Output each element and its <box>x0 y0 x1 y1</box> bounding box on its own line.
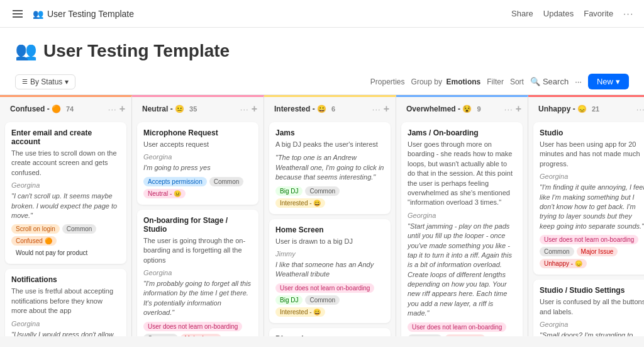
card-title: Jams <box>275 128 384 137</box>
column-body-overwhelmed: Jams / On-boardingUser goes through more… <box>396 120 528 336</box>
card-quote: "Usually I would press don't allow, beca… <box>11 330 120 336</box>
column-actions-neutral[interactable]: ···+ <box>240 103 257 115</box>
tag: Major Issue <box>180 334 222 336</box>
toolbar-right: Properties Group by Emotions Filter Sort… <box>370 74 629 89</box>
column-count-neutral: 35 <box>189 105 197 113</box>
list-item[interactable]: Home ScreenUser is drawn to a big DJJimm… <box>269 219 391 323</box>
toolbar-more-button[interactable]: ··· <box>575 77 582 86</box>
tag: Major Issue <box>577 247 618 256</box>
card-desc: User is confused by all the buttons and … <box>540 297 644 317</box>
column-count-interested: 6 <box>331 105 335 113</box>
new-label: New <box>597 77 613 86</box>
column-more-unhappy[interactable]: ··· <box>636 105 644 114</box>
column-neutral: Neutral - 😐35···+Microphone RequestUser … <box>132 95 264 336</box>
tag: Common <box>408 334 442 336</box>
column-title-interested: Interested - 😀6 <box>270 105 335 113</box>
nav-icon: 👥 <box>33 9 43 19</box>
sort-button[interactable]: Sort <box>510 77 524 86</box>
card-desc: The use tries to scroll down on the crea… <box>11 149 120 178</box>
tag: Common <box>305 186 340 196</box>
column-add-overwhelmed[interactable]: + <box>516 103 521 115</box>
card-title: Discord <box>275 334 384 336</box>
card-title: Home Screen <box>275 225 384 234</box>
column-more-overwhelmed[interactable]: ··· <box>504 105 513 114</box>
card-person: Jimmy <box>275 250 384 258</box>
column-title-neutral: Neutral - 😐35 <box>138 105 197 113</box>
nav-title-text: User Testing Template <box>47 9 134 19</box>
column-title-unhappy: Unhappy - 😞21 <box>535 105 599 113</box>
card-person: Georgina <box>11 320 120 327</box>
list-item[interactable]: StudioUser has been using app for 20 min… <box>533 122 644 275</box>
column-more-neutral[interactable]: ··· <box>240 105 249 114</box>
tag: Interested - 😀 <box>275 307 325 317</box>
column-add-confused[interactable]: + <box>119 103 125 115</box>
tag: Common <box>305 295 340 305</box>
tag: Scroll on login <box>11 224 60 234</box>
search-area[interactable]: 🔍 Search <box>530 77 569 86</box>
page-icon: 👥 <box>15 40 37 61</box>
list-item[interactable]: Jams / On-boardingUser goes through more… <box>401 122 523 336</box>
card-quote: I like that someone has an Andy Weathera… <box>275 260 384 280</box>
card-desc: User has been using app for 20 minutes a… <box>540 140 644 169</box>
list-item[interactable]: NotificationsThe use is fretful about ac… <box>5 269 126 336</box>
favorite-button[interactable]: Favorite <box>584 9 613 18</box>
group-by-value: Emotions <box>447 77 481 86</box>
tag: User does not learn on-boarding <box>408 322 506 332</box>
card-desc: A big DJ peaks the user's interest <box>275 140 384 149</box>
board: Confused - 🟠74···+Enter email and create… <box>0 95 644 336</box>
list-item[interactable]: Microphone RequestUser accepts requestGe… <box>137 122 258 205</box>
share-button[interactable]: Share <box>511 9 533 18</box>
column-header-neutral: Neutral - 😐35···+ <box>132 97 264 120</box>
column-more-interested[interactable]: ··· <box>372 105 381 114</box>
column-count-overwhelmed: 9 <box>477 105 480 113</box>
card-title: Enter email and create account <box>11 128 120 146</box>
card-person: Georgina <box>540 321 644 328</box>
column-add-interested[interactable]: + <box>384 103 389 115</box>
card-tags: User does not learn on-boardingBig DJCom… <box>275 283 384 317</box>
new-button[interactable]: New ▾ <box>588 74 629 89</box>
column-title-overwhelmed: Overwhelmed - 😵9 <box>402 105 481 113</box>
hamburger-menu[interactable] <box>10 8 25 20</box>
card-person: Georgina <box>143 269 252 276</box>
column-header-interested: Interested - 😀6···+ <box>264 97 396 120</box>
column-more-confused[interactable]: ··· <box>108 105 117 114</box>
card-title: Microphone Request <box>143 128 252 137</box>
column-actions-interested[interactable]: ···+ <box>372 103 389 115</box>
column-actions-unhappy[interactable]: ···+ <box>636 103 644 115</box>
page-header: 👥 User Testing Template <box>0 28 644 69</box>
nav-left: 👥 User Testing Template <box>10 8 134 20</box>
list-item[interactable]: Studio / Studio SettingsUser is confused… <box>533 280 644 336</box>
column-title-text-overwhelmed: Overwhelmed - 😵 <box>406 105 472 113</box>
column-title-confused: Confused - 🟠74 <box>6 105 74 113</box>
list-item[interactable]: Enter email and create accountThe use tr… <box>5 122 126 264</box>
nav-more-button[interactable]: ··· <box>623 9 634 18</box>
properties-button[interactable]: Properties <box>370 77 405 86</box>
updates-button[interactable]: Updates <box>543 9 574 18</box>
top-nav: 👥 User Testing Template Share Updates Fa… <box>0 0 644 28</box>
card-desc: User accepts request <box>143 140 252 149</box>
column-add-neutral[interactable]: + <box>252 103 257 115</box>
filter-label: By Status <box>30 77 62 86</box>
tag: Common <box>62 224 97 234</box>
column-actions-overwhelmed[interactable]: ···+ <box>504 103 521 115</box>
tag: User does not learn on-boarding <box>143 322 242 331</box>
tag: Would not pay for product <box>11 248 92 258</box>
card-quote: "I'm probably going to forget all this i… <box>143 279 252 318</box>
card-tags: Scroll on loginCommonConfused 🟠Would not… <box>11 224 120 258</box>
by-status-filter[interactable]: ☰ By Status ▾ <box>15 74 75 89</box>
card-title: Jams / On-boarding <box>408 128 516 137</box>
card-quote: "I'm finding it quite annoying, I feel l… <box>540 183 644 231</box>
list-item[interactable]: JamsA big DJ peaks the user's interest"T… <box>269 122 391 214</box>
group-by-button[interactable]: Group by Emotions <box>411 77 481 86</box>
card-title: Notifications <box>11 275 120 284</box>
tag: Major Issue <box>445 334 486 336</box>
column-actions-confused[interactable]: ···+ <box>108 103 125 115</box>
column-body-interested: JamsA big DJ peaks the user's interest"T… <box>264 120 396 336</box>
column-header-confused: Confused - 🟠74···+ <box>0 97 131 120</box>
card-quote: "Start jamming - play on the pads until … <box>408 222 516 319</box>
card-desc: The user is going through the on-boardin… <box>143 236 252 265</box>
card-title: Studio / Studio Settings <box>540 286 644 295</box>
list-item[interactable]: On-boarding for Stage / StudioThe user i… <box>137 210 258 336</box>
list-item[interactable]: DiscordThe user is drawn to Discord, how… <box>269 328 391 336</box>
filter-button[interactable]: Filter <box>487 77 504 86</box>
